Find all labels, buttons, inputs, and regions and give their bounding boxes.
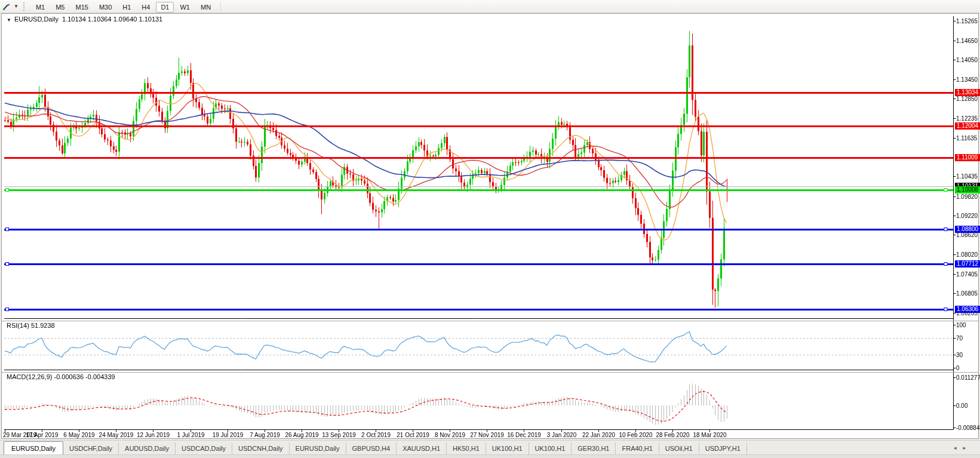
chart-tab-GER30-H1[interactable]: GER30,H1 [572,442,616,455]
chart-tab-USDCHF-Daily[interactable]: USDCHF,Daily [63,442,119,455]
timeframe-button-H4[interactable]: H4 [137,2,155,13]
chart-tab-UK100-H1[interactable]: UK100,H1 [486,442,529,455]
chart-tab-EURUSD-Daily[interactable]: EURUSD,Daily [4,441,63,456]
crosshair-tool-glyph [2,2,12,11]
chart-tab-AUDUSD-Daily[interactable]: AUDUSD,Daily [119,442,176,455]
tab-scroll-left-icon[interactable]: ◄ [953,445,962,451]
chart-window: ▼EURUSD,Daily 1.10134 1.10364 1.09640 1.… [1,13,979,439]
timeframe-buttons: M1M5M15M30H1H4D1W1MN [30,1,216,12]
chevron-down-icon[interactable]: ▼ [14,4,19,9]
drawing-tool-icon[interactable]: ▼ [1,2,20,11]
chart-canvas[interactable] [2,14,978,438]
timeframe-button-D1[interactable]: D1 [156,2,174,13]
chart-tab-UK100-H1[interactable]: UK100,H1 [529,442,572,455]
chart-tab-XAUUSD-H1[interactable]: XAUUSD,H1 [397,442,447,455]
chart-tab-USOil-H1[interactable]: USOil,H1 [659,442,699,455]
chart-tab-HK50-H1[interactable]: HK50,H1 [447,442,486,455]
toolbar-grip[interactable] [23,2,26,11]
chart-tab-USDJPY-H1[interactable]: USDJPY,H1 [699,442,747,455]
chart-tab-USDCNH-Daily[interactable]: USDCNH,Daily [232,442,290,455]
status-strip [0,454,980,458]
timeframe-button-W1[interactable]: W1 [175,2,195,13]
timeframe-button-M5[interactable]: M5 [51,2,69,13]
chart-tab-bar: EURUSD,DailyUSDCHF,DailyAUDUSD,DailyUSDC… [0,440,980,455]
chart-tabs: EURUSD,DailyUSDCHF,DailyAUDUSD,DailyUSDC… [0,441,747,455]
timeframe-button-M30[interactable]: M30 [94,2,116,13]
timeframe-toolbar: ▼ M1M5M15M30H1H4D1W1MN [0,0,980,13]
toolbar-separator [220,2,221,11]
timeframe-button-M15[interactable]: M15 [70,2,93,13]
timeframe-button-H1[interactable]: H1 [118,2,136,13]
chart-tab-USDCAD-Daily[interactable]: USDCAD,Daily [176,442,232,455]
tab-scroll-right-icon[interactable]: ► [962,445,972,451]
timeframe-button-MN[interactable]: MN [196,2,216,13]
tab-scroll-arrows: ◄► [953,445,972,451]
chart-tab-EURUSD-Daily[interactable]: EURUSD,Daily [290,442,346,455]
mt4-terminal: ▼ M1M5M15M30H1H4D1W1MN ▼EURUSD,Daily 1.1… [0,0,980,458]
timeframe-button-M1[interactable]: M1 [31,2,50,13]
chart-tab-GBPUSD-H4[interactable]: GBPUSD,H4 [346,442,397,455]
chart-tab-FRA40-H1[interactable]: FRA40,H1 [616,442,659,455]
